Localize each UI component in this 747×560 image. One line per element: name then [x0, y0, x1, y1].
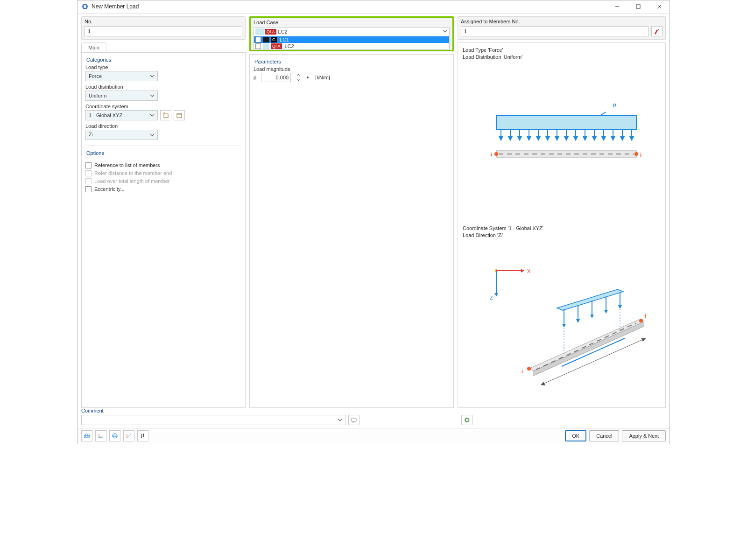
axis-x: X	[527, 268, 531, 274]
minimize-button[interactable]	[606, 0, 627, 13]
window-title: New Member Load	[92, 3, 606, 10]
comment-icon	[351, 417, 357, 423]
load-case-swatch	[255, 28, 264, 35]
load-magnitude-label: Load magnitude	[254, 66, 450, 72]
load-case-selected: LC2	[278, 29, 288, 35]
load-dir-label: Load direction	[85, 123, 241, 129]
comment-select[interactable]	[81, 415, 345, 425]
load-type-select[interactable]: Force	[85, 71, 158, 81]
chevron-down-icon	[150, 94, 155, 98]
units-icon: 0.00	[84, 433, 90, 439]
apply-next-button[interactable]: Apply & Next	[622, 430, 666, 441]
load-type-value: Force	[89, 73, 102, 79]
arrow-right-icon[interactable]	[306, 75, 310, 80]
pick-members-button[interactable]	[651, 26, 662, 36]
node-i-1: i	[491, 152, 492, 157]
close-button[interactable]	[648, 0, 669, 13]
load-case-dropdown-list: G LC1 QI A LC2	[254, 36, 450, 50]
checkbox-icon	[85, 170, 92, 176]
spin-up-button[interactable]	[296, 73, 301, 77]
load-type-label: Load type	[85, 64, 241, 70]
preview-caption-2: Coordinate System '1 - Global XYZ'Load D…	[463, 225, 661, 239]
checkbox-icon	[255, 43, 261, 49]
divider	[85, 146, 241, 146]
svg-point-42	[527, 367, 531, 371]
svg-rect-6	[164, 114, 168, 118]
load-case-group: Load Case QI A LC2 G LC1	[249, 16, 454, 51]
svg-text:0.00: 0.00	[85, 433, 90, 438]
cancel-button[interactable]: Cancel	[589, 430, 619, 441]
opt-load-total-length: Load over total length of member	[85, 178, 241, 184]
svg-point-55	[113, 434, 117, 438]
svg-marker-40	[534, 322, 643, 376]
load-dist-select[interactable]: Uniform	[85, 91, 158, 101]
parameters-panel: Parameters Load magnitude p 0.000 [kN/m]	[249, 54, 454, 408]
comment-edit-button[interactable]	[348, 415, 359, 425]
checkbox-icon	[255, 37, 261, 42]
load-dir-select[interactable]: Zₗ	[85, 130, 158, 140]
assigned-field[interactable]	[461, 26, 648, 36]
load-case-option-lc1[interactable]: G LC1	[254, 36, 449, 43]
app-icon	[81, 3, 89, 10]
maximize-button[interactable]	[627, 0, 648, 13]
load-dir-value: Zₗ	[89, 132, 93, 138]
options-title: Options	[86, 150, 241, 156]
preview-settings-button[interactable]	[461, 415, 472, 425]
node-j-2: j	[644, 313, 646, 318]
no-group: No.	[81, 16, 246, 40]
preview-panel: Load Type 'Force'Load Distribution 'Unif…	[458, 42, 666, 408]
assigned-group: Assigned to Members No.	[458, 16, 666, 40]
opt-ref-members[interactable]: Reference to list of members	[85, 162, 241, 168]
chevron-down-icon	[150, 113, 155, 117]
gear-icon	[464, 417, 470, 423]
tool-local-button[interactable]	[123, 430, 134, 441]
param-unit: [kN/m]	[315, 75, 330, 80]
no-field[interactable]	[85, 26, 242, 36]
spin-down-button[interactable]	[296, 77, 301, 82]
opt-refer-distance: Refer distance to the member end	[85, 170, 241, 176]
checkbox-icon	[85, 178, 92, 184]
load-magnitude-input[interactable]: 0.000	[261, 73, 291, 82]
tab-main-content: Categories Load type Force Load distribu…	[81, 52, 246, 408]
ok-button[interactable]: OK	[565, 430, 586, 441]
new-coord-sys-button[interactable]	[160, 110, 171, 120]
load-case-tag: QI A	[265, 29, 276, 35]
color-swatch	[263, 37, 269, 42]
tool-coord-button[interactable]	[95, 430, 106, 441]
parameters-title: Parameters	[254, 59, 450, 64]
svg-rect-7	[177, 113, 182, 118]
svg-point-29	[634, 152, 638, 156]
svg-point-1	[84, 5, 86, 8]
lc-name: LC2	[284, 43, 294, 49]
load-case-combo[interactable]: QI A LC2	[254, 27, 450, 36]
param-symbol: p	[254, 75, 256, 80]
tool-script-button[interactable]: f	[137, 430, 148, 441]
globe-icon	[112, 433, 118, 439]
tool-view-button[interactable]	[109, 430, 120, 441]
svg-marker-33	[557, 289, 623, 310]
tool-units-button[interactable]: 0.00	[81, 430, 92, 441]
svg-line-9	[658, 29, 659, 30]
node-i-2: i	[521, 369, 523, 374]
categories-title: Categories	[86, 57, 241, 63]
svg-rect-10	[496, 116, 636, 130]
opt-eccentricity[interactable]: Eccentricity...	[85, 186, 241, 192]
svg-point-43	[639, 319, 643, 322]
coord-sys-select[interactable]: 1 - Global XYZ	[85, 110, 158, 120]
assigned-input[interactable]	[464, 28, 645, 34]
load-dist-value: Uniform	[89, 93, 107, 98]
axis-z: Z	[490, 295, 493, 301]
svg-line-54	[99, 435, 101, 438]
load-case-label: Load Case	[254, 20, 450, 25]
load-dist-label: Load distribution	[85, 84, 241, 90]
preview-diagram-uniform: p	[463, 62, 661, 225]
assigned-label: Assigned to Members No.	[461, 19, 662, 24]
no-input[interactable]	[88, 28, 239, 34]
load-case-option-lc2[interactable]: QI A LC2	[254, 43, 449, 49]
titlebar: New Member Load	[78, 0, 669, 14]
tab-main[interactable]: Main	[81, 42, 106, 53]
edit-coord-sys-button[interactable]	[174, 110, 185, 120]
library-icon	[176, 112, 183, 119]
new-icon	[162, 112, 169, 119]
no-label: No.	[85, 19, 242, 24]
